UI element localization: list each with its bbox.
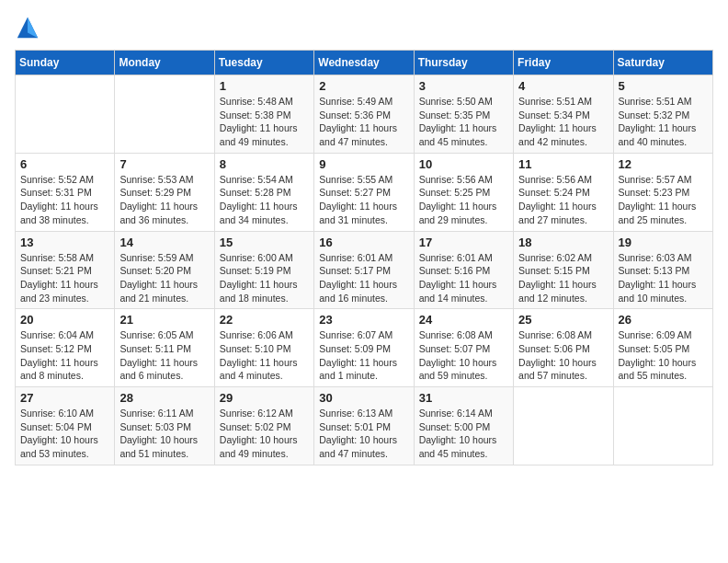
day-number: 6 — [20, 157, 109, 171]
day-info: Sunrise: 6:08 AM Sunset: 5:06 PM Dayligh… — [518, 328, 608, 383]
calendar-cell: 29Sunrise: 6:12 AM Sunset: 5:02 PM Dayli… — [214, 387, 313, 465]
day-number: 13 — [20, 236, 109, 249]
calendar-cell — [16, 75, 115, 154]
day-info: Sunrise: 6:10 AM Sunset: 5:04 PM Dayligh… — [20, 407, 109, 461]
header-wednesday: Wednesday — [314, 51, 414, 75]
calendar-cell — [115, 75, 214, 154]
calendar-cell: 1Sunrise: 5:48 AM Sunset: 5:38 PM Daylig… — [214, 75, 313, 154]
day-info: Sunrise: 5:56 AM Sunset: 5:25 PM Dayligh… — [419, 173, 508, 227]
day-number: 3 — [419, 79, 508, 93]
day-number: 26 — [619, 313, 708, 327]
calendar-table: SundayMondayTuesdayWednesdayThursdayFrid… — [15, 50, 713, 465]
day-number: 30 — [319, 391, 408, 405]
calendar-cell: 10Sunrise: 5:56 AM Sunset: 5:25 PM Dayli… — [414, 153, 513, 231]
calendar-cell: 11Sunrise: 5:56 AM Sunset: 5:24 PM Dayli… — [514, 153, 613, 231]
day-info: Sunrise: 5:55 AM Sunset: 5:27 PM Dayligh… — [319, 173, 408, 227]
day-info: Sunrise: 5:59 AM Sunset: 5:20 PM Dayligh… — [119, 251, 209, 305]
day-info: Sunrise: 6:01 AM Sunset: 5:17 PM Dayligh… — [319, 251, 408, 305]
calendar-cell: 14Sunrise: 5:59 AM Sunset: 5:20 PM Dayli… — [115, 231, 214, 309]
day-number: 31 — [419, 391, 508, 405]
calendar-cell: 30Sunrise: 6:13 AM Sunset: 5:01 PM Dayli… — [314, 387, 414, 465]
day-number: 21 — [119, 313, 209, 327]
logo-icon — [15, 15, 40, 40]
day-info: Sunrise: 6:08 AM Sunset: 5:07 PM Dayligh… — [419, 328, 508, 383]
page-header — [15, 15, 713, 40]
header-friday: Friday — [514, 51, 613, 75]
day-number: 22 — [220, 313, 309, 327]
day-info: Sunrise: 6:01 AM Sunset: 5:16 PM Dayligh… — [419, 251, 508, 305]
calendar-cell — [613, 387, 712, 465]
day-number: 20 — [20, 313, 109, 327]
day-number: 15 — [220, 236, 309, 249]
day-number: 12 — [619, 157, 708, 171]
day-info: Sunrise: 6:06 AM Sunset: 5:10 PM Dayligh… — [220, 328, 309, 383]
day-number: 2 — [319, 79, 408, 93]
day-number: 8 — [220, 157, 309, 171]
calendar-cell: 8Sunrise: 5:54 AM Sunset: 5:28 PM Daylig… — [214, 153, 313, 231]
day-info: Sunrise: 6:03 AM Sunset: 5:13 PM Dayligh… — [619, 251, 708, 305]
calendar-cell: 5Sunrise: 5:51 AM Sunset: 5:32 PM Daylig… — [613, 75, 712, 154]
calendar-cell — [514, 387, 613, 465]
calendar-cell: 4Sunrise: 5:51 AM Sunset: 5:34 PM Daylig… — [514, 75, 613, 154]
day-info: Sunrise: 6:07 AM Sunset: 5:09 PM Dayligh… — [319, 328, 408, 383]
day-number: 19 — [619, 236, 708, 249]
day-number: 17 — [419, 236, 508, 249]
calendar-week-row: 27Sunrise: 6:10 AM Sunset: 5:04 PM Dayli… — [16, 387, 713, 465]
day-number: 16 — [319, 236, 408, 249]
calendar-cell: 23Sunrise: 6:07 AM Sunset: 5:09 PM Dayli… — [314, 309, 414, 387]
logo — [15, 15, 44, 40]
day-info: Sunrise: 5:51 AM Sunset: 5:34 PM Dayligh… — [518, 95, 608, 149]
calendar-cell: 13Sunrise: 5:58 AM Sunset: 5:21 PM Dayli… — [16, 231, 115, 309]
day-info: Sunrise: 5:54 AM Sunset: 5:28 PM Dayligh… — [220, 173, 309, 227]
day-info: Sunrise: 5:53 AM Sunset: 5:29 PM Dayligh… — [119, 173, 209, 227]
day-number: 24 — [419, 313, 508, 327]
calendar-cell: 16Sunrise: 6:01 AM Sunset: 5:17 PM Dayli… — [314, 231, 414, 309]
header-tuesday: Tuesday — [214, 51, 313, 75]
calendar-cell: 20Sunrise: 6:04 AM Sunset: 5:12 PM Dayli… — [16, 309, 115, 387]
day-info: Sunrise: 6:05 AM Sunset: 5:11 PM Dayligh… — [119, 328, 209, 383]
calendar-cell: 7Sunrise: 5:53 AM Sunset: 5:29 PM Daylig… — [115, 153, 214, 231]
day-info: Sunrise: 5:48 AM Sunset: 5:38 PM Dayligh… — [220, 95, 309, 149]
calendar-header-row: SundayMondayTuesdayWednesdayThursdayFrid… — [16, 51, 713, 75]
day-info: Sunrise: 5:56 AM Sunset: 5:24 PM Dayligh… — [518, 173, 608, 227]
day-info: Sunrise: 6:12 AM Sunset: 5:02 PM Dayligh… — [220, 407, 309, 461]
calendar-cell: 17Sunrise: 6:01 AM Sunset: 5:16 PM Dayli… — [414, 231, 513, 309]
day-info: Sunrise: 6:09 AM Sunset: 5:05 PM Dayligh… — [619, 328, 708, 383]
day-number: 1 — [220, 79, 309, 93]
day-info: Sunrise: 5:52 AM Sunset: 5:31 PM Dayligh… — [20, 173, 109, 227]
day-number: 29 — [220, 391, 309, 405]
day-info: Sunrise: 6:04 AM Sunset: 5:12 PM Dayligh… — [20, 328, 109, 383]
header-sunday: Sunday — [16, 51, 115, 75]
calendar-cell: 24Sunrise: 6:08 AM Sunset: 5:07 PM Dayli… — [414, 309, 513, 387]
day-number: 9 — [319, 157, 408, 171]
calendar-cell: 15Sunrise: 6:00 AM Sunset: 5:19 PM Dayli… — [214, 231, 313, 309]
day-info: Sunrise: 5:57 AM Sunset: 5:23 PM Dayligh… — [619, 173, 708, 227]
day-number: 28 — [119, 391, 209, 405]
calendar-cell: 3Sunrise: 5:50 AM Sunset: 5:35 PM Daylig… — [414, 75, 513, 154]
day-info: Sunrise: 6:14 AM Sunset: 5:00 PM Dayligh… — [419, 407, 508, 461]
day-info: Sunrise: 5:50 AM Sunset: 5:35 PM Dayligh… — [419, 95, 508, 149]
day-info: Sunrise: 5:58 AM Sunset: 5:21 PM Dayligh… — [20, 251, 109, 305]
day-number: 7 — [119, 157, 209, 171]
calendar-cell: 9Sunrise: 5:55 AM Sunset: 5:27 PM Daylig… — [314, 153, 414, 231]
day-number: 14 — [119, 236, 209, 249]
header-saturday: Saturday — [613, 51, 712, 75]
day-info: Sunrise: 6:02 AM Sunset: 5:15 PM Dayligh… — [518, 251, 608, 305]
calendar-cell: 25Sunrise: 6:08 AM Sunset: 5:06 PM Dayli… — [514, 309, 613, 387]
calendar-cell: 27Sunrise: 6:10 AM Sunset: 5:04 PM Dayli… — [16, 387, 115, 465]
day-number: 4 — [518, 79, 608, 93]
day-info: Sunrise: 6:13 AM Sunset: 5:01 PM Dayligh… — [319, 407, 408, 461]
day-number: 23 — [319, 313, 408, 327]
calendar-cell: 21Sunrise: 6:05 AM Sunset: 5:11 PM Dayli… — [115, 309, 214, 387]
day-number: 5 — [619, 79, 708, 93]
calendar-cell: 6Sunrise: 5:52 AM Sunset: 5:31 PM Daylig… — [16, 153, 115, 231]
day-number: 27 — [20, 391, 109, 405]
calendar-week-row: 20Sunrise: 6:04 AM Sunset: 5:12 PM Dayli… — [16, 309, 713, 387]
calendar-cell: 2Sunrise: 5:49 AM Sunset: 5:36 PM Daylig… — [314, 75, 414, 154]
calendar-cell: 26Sunrise: 6:09 AM Sunset: 5:05 PM Dayli… — [613, 309, 712, 387]
calendar-cell: 19Sunrise: 6:03 AM Sunset: 5:13 PM Dayli… — [613, 231, 712, 309]
day-info: Sunrise: 6:00 AM Sunset: 5:19 PM Dayligh… — [220, 251, 309, 305]
day-info: Sunrise: 6:11 AM Sunset: 5:03 PM Dayligh… — [119, 407, 209, 461]
calendar-cell: 18Sunrise: 6:02 AM Sunset: 5:15 PM Dayli… — [514, 231, 613, 309]
header-monday: Monday — [115, 51, 214, 75]
